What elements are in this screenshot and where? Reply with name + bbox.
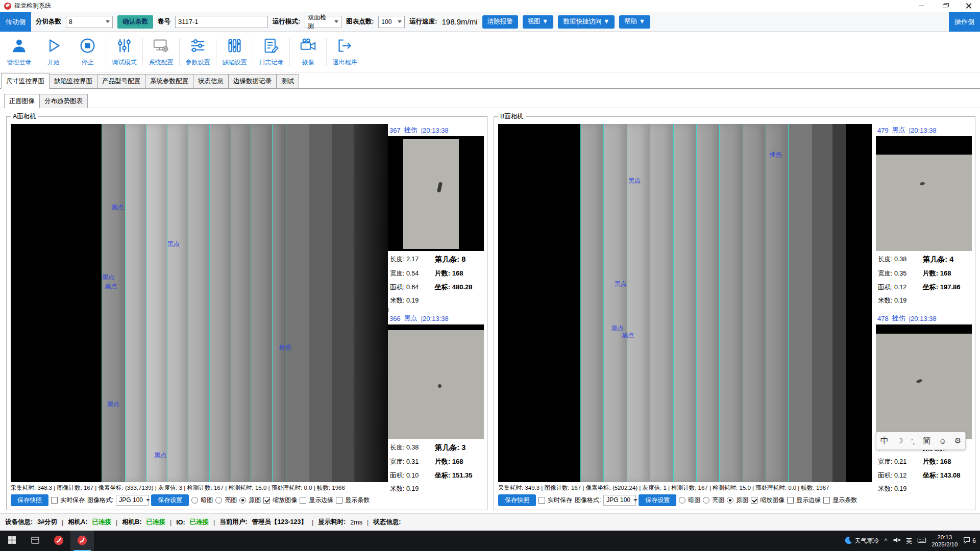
start-button[interactable] [0, 531, 23, 551]
subtab-trend-chart[interactable]: 分布趋势图表 [39, 94, 88, 108]
tool-start[interactable]: 开始 [36, 34, 70, 70]
sliders-horizontal-icon [189, 37, 206, 56]
speaker-muted-icon[interactable] [892, 536, 901, 546]
original-image-radio-a[interactable] [239, 497, 246, 504]
notification-center-button[interactable]: 6 [963, 536, 976, 546]
defect-card[interactable]: 479 黑点 |20:13:38 长度: 0.38第几条: 4 宽度: 0.35… [876, 124, 972, 308]
image-format-select-b[interactable]: JPG 100 [603, 495, 636, 506]
io-status-label: IO: [176, 519, 185, 526]
tab-test[interactable]: 测试 [276, 74, 299, 88]
save-snapshot-button-a[interactable]: 保存快照 [11, 494, 48, 506]
tool-exit[interactable]: 退出程序 [328, 34, 362, 70]
original-image-radio-b[interactable] [727, 497, 733, 504]
dark-image-radio-b[interactable] [679, 497, 685, 504]
operator-side-button[interactable]: 操作侧 [949, 12, 980, 32]
help-menu-button[interactable]: 帮助 ▼ [619, 15, 650, 29]
hidden-icons-chevron[interactable]: ^ [885, 537, 888, 544]
ime-punctuation-toggle[interactable]: ’, [911, 437, 915, 445]
weather-tray-item[interactable]: 天气寒冷 [844, 536, 879, 546]
taskbar-clock[interactable]: 20:13 2025/2/10 [932, 534, 958, 548]
tool-log[interactable]: 日志记录 [254, 34, 288, 70]
defect-annotation: 黑点 [628, 177, 641, 185]
close-button[interactable] [957, 0, 980, 12]
tab-size-monitor[interactable]: 尺寸监控界面 [1, 73, 50, 89]
camera-a-panel: A面相机 黑点 黑点 黑点 黑点 挫伤 黑点 黑点 [6, 116, 487, 510]
confirm-strips-button[interactable]: 确认条数 [117, 15, 153, 29]
show-strips-checkbox-b[interactable] [823, 497, 830, 504]
minimize-button[interactable] [910, 0, 933, 12]
bright-image-radio-b[interactable] [703, 497, 709, 504]
show-strips-checkbox-a[interactable] [336, 497, 342, 504]
defect-thumbnail [876, 324, 972, 439]
tool-camera[interactable]: 摄像 [291, 34, 325, 70]
defect-id: 366 [389, 315, 401, 322]
data-quick-access-menu-button[interactable]: 数据快捷访问 ▼ [558, 15, 615, 29]
tab-status-info[interactable]: 状态信息 [193, 74, 229, 88]
tool-parameter-settings[interactable]: 参数设置 [181, 34, 215, 70]
ime-language-toggle[interactable]: 中 [880, 436, 889, 446]
defect-card[interactable]: 367 挫伤 |20:13:38 长度: 2.17第几条: 8 宽度: 0.54… [388, 124, 484, 308]
main-content: A面相机 黑点 黑点 黑点 黑点 挫伤 黑点 黑点 [0, 108, 980, 513]
display-time-value: 2ms [350, 519, 362, 526]
taskbar-app-red-icon[interactable] [47, 531, 70, 551]
strip [167, 124, 188, 482]
stop-icon [79, 37, 96, 56]
taskbar-app-vision-system-icon[interactable] [70, 531, 94, 551]
strip [209, 124, 230, 482]
ime-simplified-toggle[interactable]: 简 [923, 436, 931, 446]
touch-keyboard-icon[interactable] [917, 536, 926, 546]
slit-count-select[interactable]: 8 [66, 16, 113, 28]
close-icon [966, 3, 971, 9]
defect-card[interactable]: 478 挫伤 |20:13:38 长度: 0.57第几条: 3 宽度: 0.21… [876, 312, 972, 496]
defect-card[interactable]: 366 黑点 |20:13:38 长度: 0.38第几条: 3 宽度: 0.31… [388, 312, 484, 496]
moon-icon [844, 536, 853, 546]
maximize-button[interactable] [933, 0, 957, 12]
red-app-icon [53, 535, 64, 547]
realtime-save-checkbox-b[interactable] [538, 497, 545, 504]
tab-system-param-config[interactable]: 系统参数配置 [145, 74, 193, 88]
save-settings-button-b[interactable]: 保存设置 [639, 494, 676, 506]
bright-image-radio-a[interactable] [215, 497, 222, 504]
ime-language-indicator[interactable]: 英 [906, 537, 912, 545]
tab-product-model-config[interactable]: 产品型号配置 [97, 74, 145, 88]
ime-settings-icon[interactable]: ⚙ [954, 436, 961, 445]
status-bar: 设备信息: 3#分切 | 相机A: 已连接 | 相机B: 已连接 | IO: 已… [0, 513, 980, 531]
tab-defect-monitor[interactable]: 缺陷监控界面 [49, 74, 97, 88]
realtime-save-checkbox-a[interactable] [51, 497, 58, 504]
chart-points-select[interactable]: 100 [378, 16, 405, 28]
subtab-front-image[interactable]: 正面图像 [4, 94, 40, 108]
show-edge-checkbox-b[interactable] [787, 497, 794, 504]
strip [188, 124, 209, 482]
clear-alarm-button[interactable]: 清除报警 [482, 15, 518, 29]
defect-stats: 长度: 0.38第几条: 3 宽度: 0.31片数: 168 面积: 0.10坐… [388, 439, 484, 496]
roll-number-input[interactable] [175, 16, 268, 28]
view-menu-button[interactable]: 视图 ▼ [523, 15, 554, 29]
defect-annotation: 黑点 [112, 203, 124, 212]
show-edge-checkbox-a[interactable] [300, 497, 306, 504]
ime-toolbar: 中 ☽ ’, 简 ☺ ⚙ [876, 432, 966, 450]
image-format-select-a[interactable]: JPG 100 [116, 495, 149, 506]
tool-system-config[interactable]: 系统配置 [144, 34, 178, 70]
camera-b-status-value: 已连接 [146, 518, 165, 527]
ime-moon-icon[interactable]: ☽ [896, 436, 903, 445]
defect-id: 479 [877, 127, 889, 134]
tool-debug-mode[interactable]: 调试模式 [107, 34, 141, 70]
run-mode-select[interactable]: 双面检测 [305, 16, 341, 28]
camera-b-controls: 保存快照 实时保存 图像格式: JPG 100 保存设置 暗图 亮图 原图 缩放… [498, 492, 880, 508]
camera-a-status-label: 相机A: [68, 518, 87, 527]
tool-stop[interactable]: 停止 [70, 34, 105, 70]
tool-defect-settings[interactable]: 缺陷设置 [217, 34, 252, 70]
tool-admin-login[interactable]: 管理登录 [2, 34, 36, 70]
save-snapshot-button-b[interactable]: 保存快照 [498, 494, 536, 506]
dark-image-radio-a[interactable] [191, 497, 198, 504]
chevron-down-icon [334, 20, 338, 23]
zoom-image-checkbox-a[interactable] [263, 497, 270, 504]
drive-side-button[interactable]: 传动侧 [0, 12, 31, 32]
zoom-image-checkbox-b[interactable] [751, 497, 757, 504]
save-settings-button-a[interactable]: 保存设置 [151, 494, 189, 506]
ime-emoji-icon[interactable]: ☺ [939, 437, 946, 445]
thumb-patch [876, 155, 972, 251]
taskbar-pinned-app-icon[interactable] [23, 531, 47, 551]
defect-annotation: 挫伤 [279, 343, 291, 352]
tab-edge-data-record[interactable]: 边缘数据记录 [228, 74, 277, 88]
